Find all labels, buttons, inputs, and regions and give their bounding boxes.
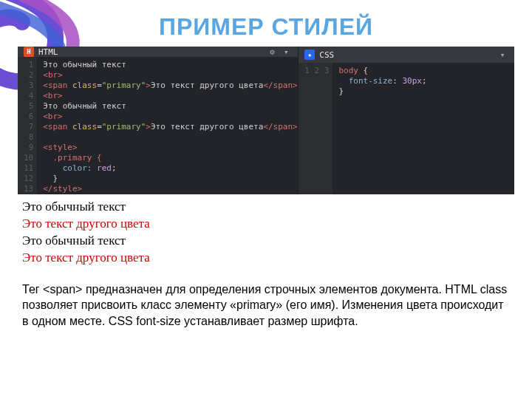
output-line: Это текст другого цвета [22,216,510,233]
css-gutter: 1 2 3 [299,63,332,194]
html-pane-label: HTML [38,47,58,57]
html-pane: H HTML ⚙ ▾ 1 2 3 4 5 6 7 8 9 10 11 12 13… [18,47,299,194]
html-pane-header: H HTML ⚙ ▾ [18,47,298,57]
output-line: Это обычный текст [22,199,510,216]
gear-icon[interactable]: ⚙ [266,47,278,57]
html-logo-icon: H [24,47,34,57]
output-line: Это текст другого цвета [22,250,510,267]
css-pane: ★ CSS ▾ 1 2 3 body { font-size: 30px; } [299,47,514,194]
code-editor: H HTML ⚙ ▾ 1 2 3 4 5 6 7 8 9 10 11 12 13… [18,47,514,194]
output-line: Это обычный текст [22,233,510,250]
html-code-area[interactable]: 1 2 3 4 5 6 7 8 9 10 11 12 13 Это обычны… [18,57,298,194]
css-pane-header: ★ CSS ▾ [299,47,514,63]
css-logo-icon: ★ [304,50,315,60]
page-title: ПРИМЕР СТИЛЕЙ [0,13,532,41]
css-code: body { font-size: 30px; } [332,63,432,194]
chevron-down-icon[interactable]: ▾ [497,50,508,60]
rendered-output: Это обычный текст Это текст другого цвет… [18,194,514,274]
chevron-down-icon[interactable]: ▾ [280,47,292,57]
css-pane-label: CSS [319,50,334,60]
caption-text: Тег <span> предназначен для определения … [22,282,510,330]
html-gutter: 1 2 3 4 5 6 7 8 9 10 11 12 13 [18,57,37,194]
css-code-area[interactable]: 1 2 3 body { font-size: 30px; } [299,63,514,194]
html-code: Это обычный текст <br> <span class="prim… [37,57,299,194]
